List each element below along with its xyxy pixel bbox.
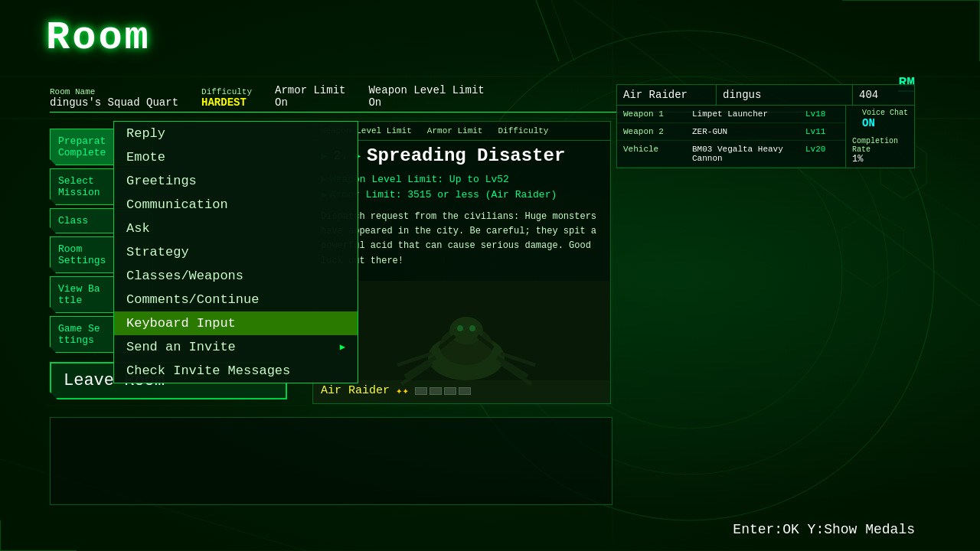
chat-input[interactable]	[51, 418, 612, 504]
ctx-strategy[interactable]: Strategy	[114, 240, 358, 264]
health-seg-4	[459, 387, 471, 395]
health-seg-1	[415, 387, 427, 395]
ctx-classes-weapons[interactable]: Classes/Weapons	[114, 264, 358, 288]
weapon-level-group: Weapon Level Limit On	[368, 84, 484, 109]
player-panel: Air Raider dingus 404 Weapon 1 Limpet La…	[616, 84, 915, 168]
room-name-label: Room Name	[50, 87, 178, 96]
weapon1-level: Lv18	[799, 107, 845, 121]
ctx-reply[interactable]: Reply	[114, 122, 358, 145]
ctx-keyboard-input[interactable]: Keyboard Input	[114, 311, 358, 335]
weapon2-name: ZER-GUN	[686, 125, 799, 139]
difficulty-label: Difficulty	[201, 87, 252, 96]
bottom-hint: Enter:OK Y:Show Medals	[733, 522, 915, 537]
health-seg-2	[430, 387, 442, 395]
svg-point-19	[449, 317, 483, 344]
difficulty-value: HARDEST	[201, 96, 252, 109]
completion-label: Completion Rate	[852, 137, 908, 154]
class-badge: Air Raider ✦✦	[321, 384, 471, 397]
armor-limit-detail: Armor Limit: 3515 or less (Air Raider)	[330, 187, 557, 203]
ctx-ask[interactable]: Ask	[114, 217, 358, 240]
completion-value: 1%	[852, 154, 908, 165]
weapon-level-label: Weapon Level Limit	[368, 84, 484, 96]
mission-name: Spreading Disaster	[367, 145, 565, 166]
room-name-value: dingus's Squad Quart	[50, 96, 178, 109]
svg-line-14	[551, 0, 574, 61]
svg-point-29	[469, 325, 475, 331]
vehicle-level: Lv20	[799, 142, 845, 165]
player-weapons: Weapon 1 Limpet Launcher Lv18 Weapon 2 Z…	[617, 106, 845, 168]
player-username: dingus	[717, 85, 853, 105]
armor-limit-group: Armor Limit On	[275, 84, 345, 109]
text-input-area[interactable]	[50, 417, 612, 505]
ctx-comments-continue[interactable]: Comments/Continue	[114, 288, 358, 311]
svg-marker-11	[842, 210, 903, 287]
star-icons: ✦✦	[396, 384, 409, 397]
health-seg-3	[444, 387, 456, 395]
player-class: Air Raider	[617, 85, 717, 105]
ctx-check-invite[interactable]: Check Invite Messages	[114, 359, 358, 383]
vehicle-row: Vehicle BM03 Vegalta Heavy Cannon Lv20	[617, 141, 845, 168]
context-menu: Reply Emote Greetings Communication Ask …	[113, 121, 358, 383]
vehicle-slot: Vehicle	[617, 142, 686, 165]
vehicle-name: BM03 Vegalta Heavy Cannon	[686, 142, 799, 165]
weapon-row-2: Weapon 2 ZER-GUN Lv11	[617, 123, 845, 141]
ctx-communication[interactable]: Communication	[114, 193, 358, 217]
weapon-row-1: Weapon 1 Limpet Launcher Lv18	[617, 106, 845, 123]
player-score: 404	[853, 85, 914, 105]
voice-chat-group: Voice Chat ON	[862, 109, 908, 129]
ctx-send-invite[interactable]: Send an Invite ▶	[114, 335, 358, 359]
weapon2-level: Lv11	[799, 125, 845, 139]
completion-group: Completion Rate 1%	[852, 137, 908, 165]
room-name-group: Room Name dingus's Squad Quart	[50, 87, 178, 109]
armor-limit-value: On	[275, 96, 345, 109]
voice-chat-value: ON	[862, 117, 908, 129]
ctx-greetings[interactable]: Greetings	[114, 169, 358, 193]
health-bars	[415, 387, 471, 395]
page-title: Room	[46, 15, 151, 60]
send-invite-arrow: ▶	[340, 341, 345, 353]
voice-chat-area: Voice Chat ON Completion Rate 1%	[845, 106, 914, 168]
armor-limit-label: Armor Limit	[275, 84, 345, 96]
svg-point-28	[457, 325, 463, 331]
difficulty-group: Difficulty HARDEST	[201, 87, 252, 109]
weapon2-slot: Weapon 2	[617, 125, 686, 139]
weapon1-name: Limpet Launcher	[686, 107, 799, 121]
player-panel-header: Air Raider dingus 404	[617, 85, 914, 106]
class-name-badge: Air Raider	[321, 384, 390, 397]
ctx-emote[interactable]: Emote	[114, 145, 358, 169]
voice-chat-label: Voice Chat	[862, 109, 908, 117]
weapon1-slot: Weapon 1	[617, 107, 686, 121]
weapon-level-value: On	[368, 96, 484, 109]
svg-line-13	[536, 0, 559, 61]
